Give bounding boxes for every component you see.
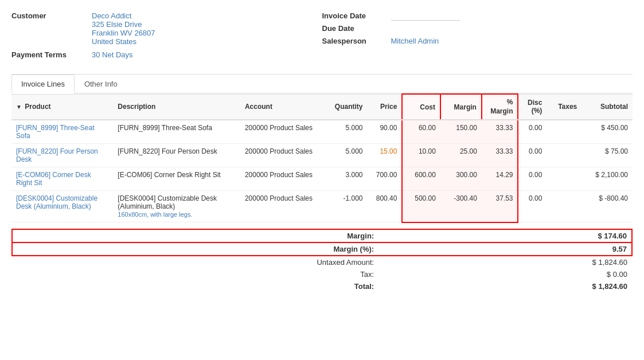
th-margin-pct: %Margin xyxy=(482,94,518,120)
cell-subtotal: $ 75.00 xyxy=(581,144,633,167)
tab-other-info[interactable]: Other Info xyxy=(75,75,127,93)
payment-terms-link[interactable]: 30 Net Days xyxy=(92,50,133,59)
th-product[interactable]: ▼ Product xyxy=(11,94,113,120)
table-row: [E-COM06] Corner Desk Right Sit [E-COM06… xyxy=(11,167,633,191)
cell-taxes xyxy=(547,191,581,222)
cell-price: 90.00 xyxy=(368,120,403,144)
cell-description: [E-COM06] Corner Desk Right Sit xyxy=(113,167,240,191)
cell-disc: 0.00 xyxy=(518,144,547,167)
cell-taxes xyxy=(547,167,581,191)
cell-product: [FURN_8999] Three-Seat Sofa xyxy=(11,120,113,144)
cell-account: 200000 Product Sales xyxy=(240,144,323,167)
invoice-date-label: Invoice Date xyxy=(322,11,391,20)
table-header-row: ▼ Product Description Account Quantity P… xyxy=(11,94,633,120)
summary-tax-label: Tax: xyxy=(12,268,378,280)
cell-disc: 0.00 xyxy=(518,191,547,222)
customer-address1: 325 Elsie Drive xyxy=(92,20,155,29)
product-link[interactable]: [FURN_8999] Three-Seat Sofa xyxy=(16,124,95,140)
cell-price: 15.00 xyxy=(368,144,403,167)
th-margin: Margin xyxy=(440,94,482,120)
cell-quantity: 3.000 xyxy=(323,167,368,191)
cell-margin: -300.40 xyxy=(440,191,482,222)
summary-table: Margin: $ 174.60 Margin (%): 9.57 Untaxe… xyxy=(11,229,633,292)
customer-name[interactable]: Deco Addict xyxy=(92,11,155,20)
th-cost: Cost xyxy=(402,94,440,120)
summary-tax-row: Tax: $ 0.00 xyxy=(12,268,632,280)
summary-margin-value: $ 174.60 xyxy=(378,229,632,242)
summary-tax-value: $ 0.00 xyxy=(378,268,632,280)
th-price: Price xyxy=(368,94,403,120)
summary-margin-pct-value: 9.57 xyxy=(378,242,632,256)
cell-cost: 500.00 xyxy=(402,191,440,222)
cell-description: [FURN_8999] Three-Seat Sofa xyxy=(113,120,240,144)
due-date-value[interactable] xyxy=(391,24,460,33)
desc-note: 160x80cm, with large legs. xyxy=(118,211,192,218)
cell-cost: 10.00 xyxy=(402,144,440,167)
cell-margin: 150.00 xyxy=(440,120,482,144)
product-link[interactable]: [E-COM06] Corner Desk Right Sit xyxy=(16,171,91,187)
due-date-row: Due Date xyxy=(322,24,633,33)
salesperson-value: Mitchell Admin xyxy=(391,37,439,45)
cell-margin-pct: 14.29 xyxy=(482,167,518,191)
invoice-lines-section: ▼ Product Description Account Quantity P… xyxy=(11,93,633,223)
payment-terms-row: Payment Terms 30 Net Days xyxy=(11,50,322,59)
invoice-date-row: Invoice Date xyxy=(322,11,633,21)
tab-invoice-lines[interactable]: Invoice Lines xyxy=(11,75,75,93)
product-link[interactable]: [DESK0004] Customizable Desk (Aluminium,… xyxy=(16,194,97,210)
product-link[interactable]: [FURN_8220] Four Person Desk xyxy=(16,147,98,163)
cell-disc: 0.00 xyxy=(518,120,547,144)
cell-product: [E-COM06] Corner Desk Right Sit xyxy=(11,167,113,191)
tabs-container: Invoice Lines Other Info xyxy=(11,75,633,93)
summary-untaxed-value: $ 1,824.60 xyxy=(378,256,632,268)
cell-cost: 60.00 xyxy=(402,120,440,144)
cell-subtotal: $ 2,100.00 xyxy=(581,167,633,191)
cell-taxes xyxy=(547,144,581,167)
cell-description: [DESK0004] Customizable Desk (Aluminium,… xyxy=(113,191,240,222)
cell-margin-pct: 33.33 xyxy=(482,120,518,144)
payment-terms-value: 30 Net Days xyxy=(92,50,133,59)
payment-terms-label: Payment Terms xyxy=(11,50,92,59)
customer-country: United States xyxy=(92,37,155,46)
cell-account: 200000 Product Sales xyxy=(240,120,323,144)
summary-untaxed-row: Untaxed Amount: $ 1,824.60 xyxy=(12,256,632,268)
cell-subtotal: $ 450.00 xyxy=(581,120,633,144)
customer-address2: Franklin WV 26807 xyxy=(92,29,155,37)
th-quantity: Quantity xyxy=(323,94,368,120)
summary-untaxed-label: Untaxed Amount: xyxy=(12,256,378,268)
invoice-table: ▼ Product Description Account Quantity P… xyxy=(11,93,633,223)
cell-product: [DESK0004] Customizable Desk (Aluminium,… xyxy=(11,191,113,222)
cell-cost: 600.00 xyxy=(402,167,440,191)
invoice-date-value[interactable] xyxy=(391,11,460,21)
cell-margin-pct: 37.53 xyxy=(482,191,518,222)
summary-section: Margin: $ 174.60 Margin (%): 9.57 Untaxe… xyxy=(11,229,633,292)
summary-total-row: Total: $ 1,824.60 xyxy=(12,280,632,292)
cell-margin-pct: 33.33 xyxy=(482,144,518,167)
cell-quantity: 5.000 xyxy=(323,120,368,144)
salesperson-row: Salesperson Mitchell Admin xyxy=(322,37,633,45)
cell-account: 200000 Product Sales xyxy=(240,167,323,191)
th-disc: Disc(%) xyxy=(518,94,547,120)
th-taxes: Taxes xyxy=(547,94,581,120)
cell-product: [FURN_8220] Four Person Desk xyxy=(11,144,113,167)
customer-label: Customer xyxy=(11,11,92,20)
summary-total-label: Total: xyxy=(12,280,378,292)
summary-margin-label: Margin: xyxy=(12,229,378,242)
summary-margin-row: Margin: $ 174.60 xyxy=(12,229,632,242)
summary-margin-pct-row: Margin (%): 9.57 xyxy=(12,242,632,256)
cell-description: [FURN_8220] Four Person Desk xyxy=(113,144,240,167)
cell-quantity: -1.000 xyxy=(323,191,368,222)
cell-subtotal: $ -800.40 xyxy=(581,191,633,222)
cell-margin: 300.00 xyxy=(440,167,482,191)
th-description: Description xyxy=(113,94,240,120)
cell-disc: 0.00 xyxy=(518,167,547,191)
cell-price: 700.00 xyxy=(368,167,403,191)
cell-taxes xyxy=(547,120,581,144)
th-subtotal: Subtotal xyxy=(581,94,633,120)
table-row: [FURN_8999] Three-Seat Sofa [FURN_8999] … xyxy=(11,120,633,144)
salesperson-link[interactable]: Mitchell Admin xyxy=(391,37,439,45)
summary-total-value: $ 1,824.60 xyxy=(378,280,632,292)
cell-quantity: 5.000 xyxy=(323,144,368,167)
table-body: [FURN_8999] Three-Seat Sofa [FURN_8999] … xyxy=(11,120,633,222)
cell-margin: 25.00 xyxy=(440,144,482,167)
header-right: Invoice Date Due Date Salesperson Mitche… xyxy=(322,11,633,62)
